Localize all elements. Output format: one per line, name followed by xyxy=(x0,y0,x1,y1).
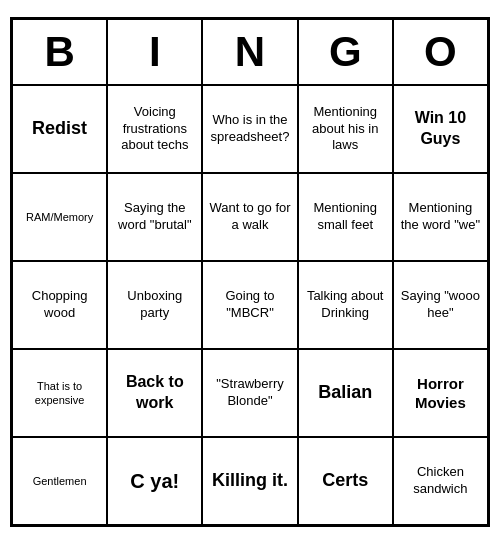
cell-3-0[interactable]: That is to expensive xyxy=(12,349,107,437)
header-g: G xyxy=(298,19,393,85)
header-i: I xyxy=(107,19,202,85)
cell-2-4[interactable]: Saying "wooo hee" xyxy=(393,261,488,349)
cell-4-1[interactable]: C ya! xyxy=(107,437,202,525)
cell-2-2[interactable]: Going to "MBCR" xyxy=(202,261,297,349)
cell-0-0[interactable]: Redist xyxy=(12,85,107,173)
cell-1-2[interactable]: Want to go for a walk xyxy=(202,173,297,261)
header-b: B xyxy=(12,19,107,85)
cell-3-2[interactable]: "Strawberry Blonde" xyxy=(202,349,297,437)
cell-1-3[interactable]: Mentioning small feet xyxy=(298,173,393,261)
cell-4-3[interactable]: Certs xyxy=(298,437,393,525)
cell-2-1[interactable]: Unboxing party xyxy=(107,261,202,349)
cell-3-1[interactable]: Back to work xyxy=(107,349,202,437)
bingo-header: B I N G O xyxy=(12,19,488,85)
cell-0-1[interactable]: Voicing frustrations about techs xyxy=(107,85,202,173)
cell-3-3[interactable]: Balian xyxy=(298,349,393,437)
cell-1-4[interactable]: Mentioning the word "we" xyxy=(393,173,488,261)
cell-0-2[interactable]: Who is in the spreadsheet? xyxy=(202,85,297,173)
cell-4-4[interactable]: Chicken sandwich xyxy=(393,437,488,525)
cell-1-0[interactable]: RAM/Memory xyxy=(12,173,107,261)
cell-0-3[interactable]: Mentioning about his in laws xyxy=(298,85,393,173)
cell-3-4[interactable]: Horror Movies xyxy=(393,349,488,437)
cell-4-2[interactable]: Killing it. xyxy=(202,437,297,525)
header-n: N xyxy=(202,19,297,85)
bingo-grid: Redist Voicing frustrations about techs … xyxy=(12,85,488,525)
cell-2-0[interactable]: Chopping wood xyxy=(12,261,107,349)
cell-0-4[interactable]: Win 10 Guys xyxy=(393,85,488,173)
header-o: O xyxy=(393,19,488,85)
bingo-card: B I N G O Redist Voicing frustrations ab… xyxy=(10,17,490,527)
cell-4-0[interactable]: Gentlemen xyxy=(12,437,107,525)
cell-2-3[interactable]: Talking about Drinking xyxy=(298,261,393,349)
cell-1-1[interactable]: Saying the word "brutal" xyxy=(107,173,202,261)
